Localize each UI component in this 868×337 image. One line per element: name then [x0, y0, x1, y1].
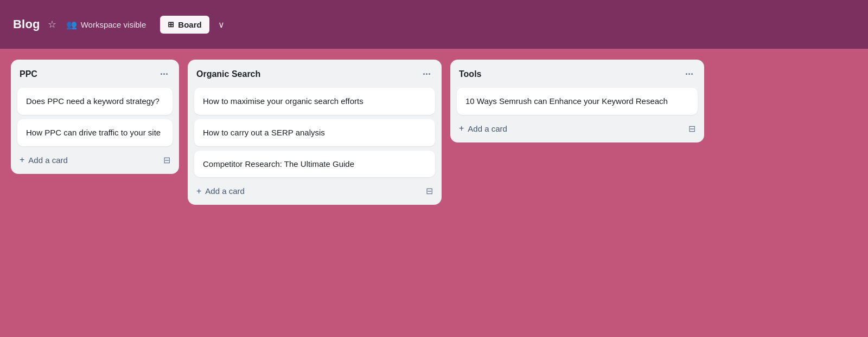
card-text: 10 Ways Semrush can Enhance your Keyword…: [465, 96, 668, 106]
workspace-icon: 👥: [66, 20, 77, 30]
card-organic-1[interactable]: How to carry out a SERP analysis: [194, 119, 435, 146]
add-card-label: Add a card: [468, 124, 507, 133]
card-text: Competitor Research: The Ultimate Guide: [203, 159, 354, 168]
card-organic-2[interactable]: Competitor Research: The Ultimate Guide: [194, 151, 435, 178]
list-header-organic: Organic Search ···: [194, 67, 435, 83]
plus-icon: +: [196, 186, 201, 196]
visibility-button[interactable]: 👥 Workspace visible: [66, 20, 146, 30]
board-label: Board: [178, 20, 201, 29]
list-header-tools: Tools ···: [457, 67, 698, 83]
list-organic-search: Organic Search ··· How to maximise your …: [188, 60, 442, 205]
header: Blog ☆ 👥 Workspace visible ⊞ Board ∨: [0, 0, 868, 49]
chevron-down-icon[interactable]: ∨: [218, 20, 225, 30]
template-icon-tools[interactable]: ⊟: [688, 124, 695, 134]
add-card-label: Add a card: [28, 155, 68, 165]
list-title-tools: Tools: [459, 69, 481, 79]
add-card-row-tools: + Add a card ⊟: [457, 120, 698, 135]
star-icon[interactable]: ☆: [48, 18, 56, 30]
list-title-organic: Organic Search: [196, 69, 260, 79]
list-header-ppc: PPC ···: [17, 67, 173, 83]
board-area: PPC ··· Does PPC need a keyword strategy…: [0, 49, 868, 337]
template-icon-organic[interactable]: ⊟: [426, 186, 433, 196]
board-title: Blog: [13, 17, 40, 31]
board-view-button[interactable]: ⊞ Board: [160, 16, 209, 34]
add-card-row-organic: + Add a card ⊟: [194, 183, 435, 197]
add-card-label: Add a card: [205, 186, 245, 196]
card-text: How to maximise your organic search effo…: [203, 96, 363, 106]
card-text: How to carry out a SERP analysis: [203, 128, 325, 137]
plus-icon: +: [459, 124, 464, 133]
add-card-row-ppc: + Add a card ⊟: [17, 152, 173, 166]
add-card-button-ppc[interactable]: + Add a card: [20, 155, 68, 165]
card-text: How PPC can drive traffic to your site: [26, 128, 161, 137]
template-icon-ppc[interactable]: ⊟: [163, 155, 170, 165]
card-ppc-0[interactable]: Does PPC need a keyword strategy?: [17, 88, 173, 115]
list-menu-button-ppc[interactable]: ···: [158, 68, 170, 80]
add-card-button-tools[interactable]: + Add a card: [459, 124, 507, 133]
list-ppc: PPC ··· Does PPC need a keyword strategy…: [11, 60, 179, 174]
list-tools: Tools ··· 10 Ways Semrush can Enhance yo…: [450, 60, 704, 142]
list-menu-button-tools[interactable]: ···: [683, 68, 695, 80]
card-organic-0[interactable]: How to maximise your organic search effo…: [194, 88, 435, 115]
board-icon: ⊞: [168, 20, 174, 29]
card-tools-0[interactable]: 10 Ways Semrush can Enhance your Keyword…: [457, 88, 698, 115]
add-card-button-organic[interactable]: + Add a card: [196, 186, 245, 196]
plus-icon: +: [20, 155, 24, 165]
card-text: Does PPC need a keyword strategy?: [26, 96, 159, 106]
list-title-ppc: PPC: [20, 69, 37, 79]
card-ppc-1[interactable]: How PPC can drive traffic to your site: [17, 119, 173, 146]
list-menu-button-organic[interactable]: ···: [420, 68, 433, 80]
visibility-label: Workspace visible: [81, 20, 146, 29]
